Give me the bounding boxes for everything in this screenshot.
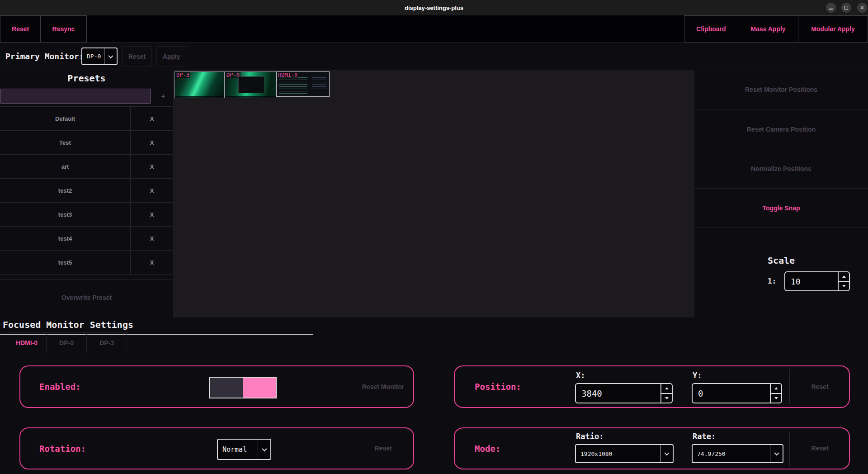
monitor-thumbnail-dp-3[interactable]: DP-3	[175, 71, 225, 98]
tab-dp-0[interactable]: DP-0	[46, 332, 87, 353]
window-title: display-settings-plus	[0, 0, 868, 15]
primary-apply-button[interactable]: Apply	[156, 46, 186, 66]
resync-button[interactable]: Resync	[40, 15, 87, 43]
mode-card: Mode: Ratio: 1920x1080 Rate: 74.97250 Re…	[454, 427, 850, 469]
scale-spinbox[interactable]: 10	[784, 271, 850, 291]
spin-up-icon[interactable]	[839, 272, 849, 281]
position-x-label: X:	[576, 371, 585, 380]
primary-reset-button[interactable]: Reset	[122, 46, 152, 66]
thumbnail-taskbar	[225, 96, 276, 98]
maximize-icon	[844, 6, 848, 9]
chevron-down-icon	[770, 445, 783, 462]
ratio-dropdown[interactable]: 1920x1080	[575, 444, 674, 463]
enabled-toggle[interactable]	[209, 377, 277, 398]
reset-monitor-positions-button[interactable]: Reset Monitor Positions	[694, 70, 868, 109]
preset-item[interactable]: test3	[0, 203, 130, 226]
scale-title: Scale	[694, 255, 868, 266]
reset-button[interactable]: Reset	[0, 15, 41, 43]
preset-row: test4 X	[0, 227, 173, 251]
spin-down-icon[interactable]	[839, 281, 849, 290]
mode-reset-button[interactable]: Reset	[790, 428, 850, 469]
monitor-label: HDMI-0	[277, 72, 298, 78]
close-button[interactable]: ×	[857, 3, 867, 13]
presets-title: Presets	[0, 73, 173, 84]
delete-preset-button[interactable]: X	[130, 227, 173, 250]
thumbnail-code-lines	[279, 77, 308, 94]
monitor-thumbnail-dp-0[interactable]: DP-0	[225, 71, 276, 98]
preset-item[interactable]: art	[0, 155, 130, 178]
thumbnail-taskbar	[175, 96, 224, 98]
rate-value: 74.97250	[693, 445, 770, 462]
minimize-button[interactable]	[826, 3, 836, 13]
position-x-value: 3840	[576, 384, 660, 403]
plus-icon: +	[161, 92, 165, 100]
spin-up-icon[interactable]	[661, 384, 672, 393]
delete-preset-button[interactable]: X	[130, 251, 173, 274]
top-toolbar: Reset Resync Clipboard Mass Apply Modula…	[0, 15, 868, 43]
maximize-button[interactable]	[841, 3, 851, 13]
tab-hdmi-0[interactable]: HDMI-0	[7, 332, 47, 353]
spin-down-icon[interactable]	[771, 393, 781, 403]
position-x-spinbox[interactable]: 3840	[575, 383, 673, 403]
chevron-down-icon	[104, 48, 117, 64]
modular-apply-button[interactable]: Modular Apply	[798, 15, 868, 43]
delete-preset-button[interactable]: X	[130, 107, 173, 130]
rate-label: Rate:	[693, 432, 716, 441]
preset-item[interactable]: Default	[0, 107, 130, 130]
normalize-positions-button[interactable]: Normalize Positions	[694, 149, 868, 188]
preset-table-endline	[0, 279, 173, 280]
preset-name-input[interactable]	[0, 89, 151, 104]
delete-preset-button[interactable]: X	[130, 179, 173, 202]
preset-row: art X	[0, 155, 173, 179]
tab-dp-3[interactable]: DP-3	[86, 332, 127, 353]
mass-apply-button[interactable]: Mass Apply	[738, 15, 798, 43]
rotation-card: Rotation: Normal Reset	[19, 427, 414, 469]
enabled-label: Enabled:	[39, 366, 81, 407]
titlebar[interactable]: display-settings-plus ×	[0, 0, 868, 15]
primary-monitor-select[interactable]: DP-0	[81, 47, 118, 65]
position-y-value: 0	[693, 384, 770, 403]
rotation-reset-button[interactable]: Reset	[352, 428, 414, 469]
monitor-label: DP-3	[175, 72, 190, 78]
thumbnail-window	[238, 76, 264, 93]
rotation-value: Normal	[218, 440, 258, 459]
position-y-spinbox[interactable]: 0	[692, 383, 782, 403]
preset-item[interactable]: test5	[0, 251, 130, 274]
add-preset-button[interactable]: +	[156, 89, 171, 104]
spinner-control	[838, 272, 849, 290]
rotation-label: Rotation:	[39, 428, 86, 469]
spinner-control	[770, 384, 781, 403]
overwrite-preset-button[interactable]: Overwrite Preset	[0, 287, 173, 308]
preset-item[interactable]: Test	[0, 131, 130, 154]
focused-settings-title: Focused Monitor Settings	[3, 319, 133, 330]
preset-row: test5 X	[0, 251, 173, 275]
preset-row: test3 X	[0, 203, 173, 227]
reset-monitor-button[interactable]: Reset Monitor	[352, 366, 414, 407]
preset-row: test2 X	[0, 179, 173, 203]
rotation-dropdown[interactable]: Normal	[217, 439, 271, 460]
preset-row: Default X	[0, 107, 173, 131]
delete-preset-button[interactable]: X	[130, 155, 173, 178]
primary-monitor-value: DP-0	[82, 48, 104, 64]
rate-dropdown[interactable]: 74.97250	[692, 444, 783, 463]
reset-camera-position-button[interactable]: Reset Camera Position	[694, 109, 868, 149]
position-label: Position:	[475, 366, 521, 407]
ratio-value: 1920x1080	[576, 445, 660, 462]
spin-down-icon[interactable]	[661, 393, 672, 403]
monitor-layout-canvas[interactable]: DP-3 DP-0 HDMI-0	[173, 70, 694, 318]
monitor-thumbnail-hdmi-0[interactable]: HDMI-0	[276, 71, 330, 97]
preset-item[interactable]: test2	[0, 179, 130, 202]
thumbnail-code-lines	[312, 77, 326, 91]
spinner-control	[660, 384, 672, 403]
chevron-down-icon	[660, 445, 673, 462]
delete-preset-button[interactable]: X	[130, 131, 173, 154]
toggle-snap-button[interactable]: Toggle Snap	[694, 189, 868, 228]
scale-value: 10	[785, 272, 838, 290]
delete-preset-button[interactable]: X	[130, 203, 173, 226]
clipboard-button[interactable]: Clipboard	[684, 15, 738, 43]
position-reset-button[interactable]: Reset	[790, 366, 850, 407]
spin-up-icon[interactable]	[771, 384, 781, 393]
preset-item[interactable]: test4	[0, 227, 130, 250]
chevron-down-icon	[258, 440, 270, 459]
monitor-label: DP-0	[226, 72, 241, 78]
